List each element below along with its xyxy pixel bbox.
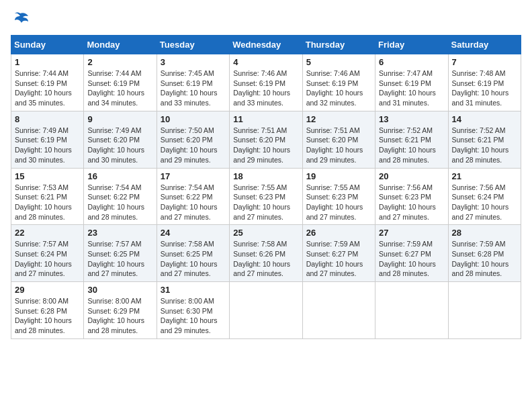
day-number: 2 bbox=[87, 57, 152, 67]
day-number: 21 bbox=[452, 171, 517, 181]
day-info: Sunrise: 8:00 AM Sunset: 6:28 PM Dayligh… bbox=[15, 296, 80, 336]
day-number: 29 bbox=[15, 285, 80, 295]
calendar-cell: 22 Sunrise: 7:57 AM Sunset: 6:24 PM Dayl… bbox=[11, 225, 84, 282]
day-info: Sunrise: 8:00 AM Sunset: 6:29 PM Dayligh… bbox=[87, 296, 152, 336]
day-info: Sunrise: 7:55 AM Sunset: 6:23 PM Dayligh… bbox=[233, 183, 298, 222]
day-number: 13 bbox=[379, 114, 444, 124]
day-info: Sunrise: 7:59 AM Sunset: 6:27 PM Dayligh… bbox=[306, 239, 371, 279]
day-info: Sunrise: 7:47 AM Sunset: 6:19 PM Dayligh… bbox=[379, 68, 444, 108]
day-info: Sunrise: 7:50 AM Sunset: 6:20 PM Dayligh… bbox=[161, 126, 226, 165]
calendar-cell: 18 Sunrise: 7:55 AM Sunset: 6:23 PM Dayl… bbox=[230, 168, 302, 225]
day-number: 5 bbox=[306, 57, 371, 67]
day-info: Sunrise: 7:46 AM Sunset: 6:19 PM Dayligh… bbox=[306, 68, 371, 108]
day-number: 12 bbox=[306, 114, 371, 124]
day-number: 11 bbox=[233, 114, 298, 124]
logo-bird-icon bbox=[11, 11, 30, 27]
col-sunday: Sunday bbox=[11, 36, 84, 54]
day-info: Sunrise: 7:53 AM Sunset: 6:21 PM Dayligh… bbox=[15, 183, 80, 222]
calendar-table: Sunday Monday Tuesday Wednesday Thursday… bbox=[11, 35, 521, 339]
col-saturday: Saturday bbox=[448, 36, 521, 54]
day-info: Sunrise: 7:59 AM Sunset: 6:28 PM Dayligh… bbox=[452, 239, 517, 279]
day-info: Sunrise: 7:58 AM Sunset: 6:25 PM Dayligh… bbox=[161, 239, 226, 279]
day-number: 10 bbox=[161, 114, 226, 124]
day-info: Sunrise: 7:54 AM Sunset: 6:22 PM Dayligh… bbox=[161, 183, 226, 222]
calendar-cell: 10 Sunrise: 7:50 AM Sunset: 6:20 PM Dayl… bbox=[157, 111, 229, 168]
day-info: Sunrise: 7:52 AM Sunset: 6:21 PM Dayligh… bbox=[452, 126, 517, 165]
day-number: 23 bbox=[87, 228, 152, 238]
day-number: 22 bbox=[15, 228, 80, 238]
calendar-cell: 13 Sunrise: 7:52 AM Sunset: 6:21 PM Dayl… bbox=[375, 111, 448, 168]
calendar-cell: 14 Sunrise: 7:52 AM Sunset: 6:21 PM Dayl… bbox=[448, 111, 521, 168]
day-number: 24 bbox=[161, 228, 226, 238]
calendar-cell: 12 Sunrise: 7:51 AM Sunset: 6:20 PM Dayl… bbox=[302, 111, 375, 168]
day-info: Sunrise: 7:49 AM Sunset: 6:20 PM Dayligh… bbox=[87, 126, 152, 165]
calendar-cell: 3 Sunrise: 7:45 AM Sunset: 6:19 PM Dayli… bbox=[157, 54, 229, 111]
day-info: Sunrise: 7:45 AM Sunset: 6:19 PM Dayligh… bbox=[161, 68, 226, 108]
calendar-cell: 19 Sunrise: 7:55 AM Sunset: 6:23 PM Dayl… bbox=[302, 168, 375, 225]
day-number: 7 bbox=[452, 57, 517, 67]
day-info: Sunrise: 7:51 AM Sunset: 6:20 PM Dayligh… bbox=[306, 126, 371, 165]
day-number: 9 bbox=[87, 114, 152, 124]
calendar-cell: 29 Sunrise: 8:00 AM Sunset: 6:28 PM Dayl… bbox=[11, 282, 84, 339]
day-info: Sunrise: 7:59 AM Sunset: 6:27 PM Dayligh… bbox=[379, 239, 444, 279]
day-number: 28 bbox=[452, 228, 517, 238]
calendar-cell: 9 Sunrise: 7:49 AM Sunset: 6:20 PM Dayli… bbox=[84, 111, 157, 168]
day-number: 3 bbox=[161, 57, 226, 67]
day-number: 16 bbox=[87, 171, 152, 181]
day-info: Sunrise: 8:00 AM Sunset: 6:30 PM Dayligh… bbox=[161, 296, 226, 336]
day-number: 8 bbox=[15, 114, 80, 124]
calendar-cell: 31 Sunrise: 8:00 AM Sunset: 6:30 PM Dayl… bbox=[157, 282, 229, 339]
day-number: 30 bbox=[87, 285, 152, 295]
day-number: 14 bbox=[452, 114, 517, 124]
day-number: 6 bbox=[379, 57, 444, 67]
calendar-cell: 5 Sunrise: 7:46 AM Sunset: 6:19 PM Dayli… bbox=[302, 54, 375, 111]
calendar-cell: 4 Sunrise: 7:46 AM Sunset: 6:19 PM Dayli… bbox=[230, 54, 302, 111]
day-info: Sunrise: 7:51 AM Sunset: 6:20 PM Dayligh… bbox=[233, 126, 298, 165]
day-info: Sunrise: 7:49 AM Sunset: 6:19 PM Dayligh… bbox=[15, 126, 80, 165]
calendar-cell: 15 Sunrise: 7:53 AM Sunset: 6:21 PM Dayl… bbox=[11, 168, 84, 225]
day-number: 27 bbox=[379, 228, 444, 238]
day-number: 15 bbox=[15, 171, 80, 181]
logo bbox=[11, 11, 32, 27]
day-info: Sunrise: 7:56 AM Sunset: 6:23 PM Dayligh… bbox=[379, 183, 444, 222]
day-number: 25 bbox=[233, 228, 298, 238]
day-info: Sunrise: 7:48 AM Sunset: 6:19 PM Dayligh… bbox=[452, 68, 517, 108]
calendar-cell: 27 Sunrise: 7:59 AM Sunset: 6:27 PM Dayl… bbox=[375, 225, 448, 282]
day-number: 20 bbox=[379, 171, 444, 181]
calendar-cell: 7 Sunrise: 7:48 AM Sunset: 6:19 PM Dayli… bbox=[448, 54, 521, 111]
col-thursday: Thursday bbox=[302, 36, 375, 54]
calendar-week-row: 15 Sunrise: 7:53 AM Sunset: 6:21 PM Dayl… bbox=[11, 168, 521, 225]
day-number: 19 bbox=[306, 171, 371, 181]
day-number: 4 bbox=[233, 57, 298, 67]
calendar-cell: 26 Sunrise: 7:59 AM Sunset: 6:27 PM Dayl… bbox=[302, 225, 375, 282]
day-info: Sunrise: 7:56 AM Sunset: 6:24 PM Dayligh… bbox=[452, 183, 517, 222]
day-number: 26 bbox=[306, 228, 371, 238]
col-friday: Friday bbox=[375, 36, 448, 54]
day-number: 1 bbox=[15, 57, 80, 67]
calendar-cell: 23 Sunrise: 7:57 AM Sunset: 6:25 PM Dayl… bbox=[84, 225, 157, 282]
col-tuesday: Tuesday bbox=[157, 36, 229, 54]
day-info: Sunrise: 7:54 AM Sunset: 6:22 PM Dayligh… bbox=[87, 183, 152, 222]
calendar-header-row: Sunday Monday Tuesday Wednesday Thursday… bbox=[11, 36, 521, 54]
calendar-cell bbox=[448, 282, 521, 339]
calendar-week-row: 1 Sunrise: 7:44 AM Sunset: 6:19 PM Dayli… bbox=[11, 54, 521, 111]
col-monday: Monday bbox=[84, 36, 157, 54]
calendar-cell bbox=[302, 282, 375, 339]
calendar-cell: 2 Sunrise: 7:44 AM Sunset: 6:19 PM Dayli… bbox=[84, 54, 157, 111]
day-info: Sunrise: 7:58 AM Sunset: 6:26 PM Dayligh… bbox=[233, 239, 298, 279]
calendar-cell: 1 Sunrise: 7:44 AM Sunset: 6:19 PM Dayli… bbox=[11, 54, 84, 111]
calendar-cell bbox=[230, 282, 302, 339]
day-number: 18 bbox=[233, 171, 298, 181]
day-number: 17 bbox=[161, 171, 226, 181]
day-info: Sunrise: 7:55 AM Sunset: 6:23 PM Dayligh… bbox=[306, 183, 371, 222]
day-info: Sunrise: 7:46 AM Sunset: 6:19 PM Dayligh… bbox=[233, 68, 298, 108]
calendar-cell bbox=[375, 282, 448, 339]
day-number: 31 bbox=[161, 285, 226, 295]
calendar-cell: 28 Sunrise: 7:59 AM Sunset: 6:28 PM Dayl… bbox=[448, 225, 521, 282]
calendar-week-row: 22 Sunrise: 7:57 AM Sunset: 6:24 PM Dayl… bbox=[11, 225, 521, 282]
calendar-cell: 17 Sunrise: 7:54 AM Sunset: 6:22 PM Dayl… bbox=[157, 168, 229, 225]
calendar-cell: 21 Sunrise: 7:56 AM Sunset: 6:24 PM Dayl… bbox=[448, 168, 521, 225]
calendar-week-row: 29 Sunrise: 8:00 AM Sunset: 6:28 PM Dayl… bbox=[11, 282, 521, 339]
calendar-cell: 25 Sunrise: 7:58 AM Sunset: 6:26 PM Dayl… bbox=[230, 225, 302, 282]
calendar-cell: 8 Sunrise: 7:49 AM Sunset: 6:19 PM Dayli… bbox=[11, 111, 84, 168]
